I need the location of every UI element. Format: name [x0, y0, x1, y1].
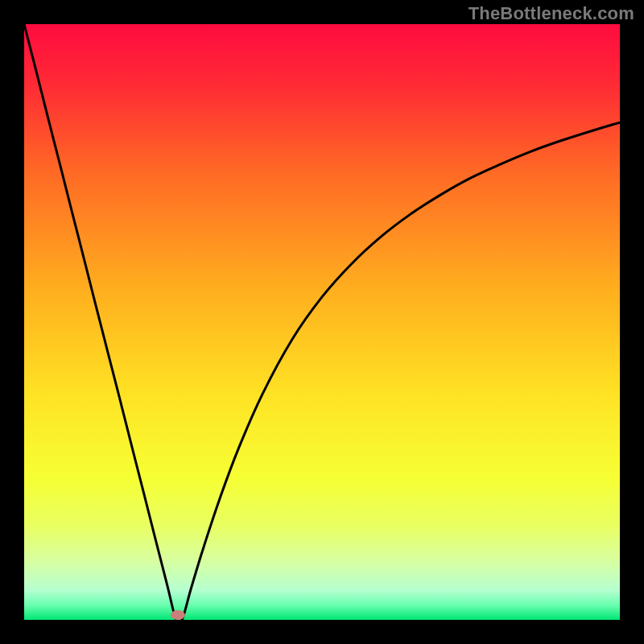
plot-area [24, 24, 620, 620]
chart-frame: TheBottleneck.com [0, 0, 644, 644]
gradient-background [24, 24, 620, 620]
chart-svg [24, 24, 620, 620]
watermark-text: TheBottleneck.com [469, 3, 634, 24]
minimum-marker [171, 610, 185, 620]
